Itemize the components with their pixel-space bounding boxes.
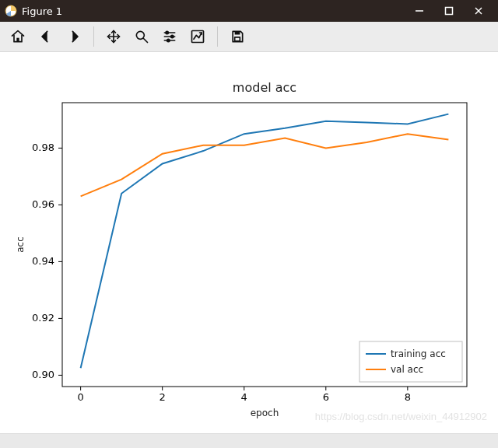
svg-line-7 [144, 39, 148, 43]
svg-rect-2 [446, 8, 453, 15]
x-tick-label: 0 [77, 391, 83, 403]
forward-button[interactable] [61, 25, 87, 48]
figure-window: Figure 1 model a [0, 0, 498, 448]
y-tick-label: 0.92 [32, 312, 54, 324]
save-button[interactable] [224, 25, 251, 48]
x-tick-label: 6 [323, 391, 329, 403]
maximize-button[interactable] [434, 0, 464, 22]
svg-rect-16 [235, 37, 240, 41]
y-tick-label: 0.96 [32, 198, 54, 210]
y-tick-label: 0.98 [32, 142, 54, 153]
y-tick-label: 0.94 [32, 255, 54, 267]
window-title: Figure 1 [22, 5, 62, 17]
chart-title: model acc [233, 80, 296, 95]
close-button[interactable] [464, 0, 493, 22]
x-tick-label: 2 [160, 391, 166, 403]
legend [359, 341, 462, 382]
svg-point-13 [167, 39, 170, 41]
minimize-button[interactable] [405, 0, 434, 22]
x-axis-label: epoch [251, 408, 279, 418]
legend-label: val acc [391, 364, 423, 375]
y-axis-label: acc [15, 236, 26, 253]
x-tick-label: 8 [405, 391, 411, 403]
svg-point-11 [166, 31, 168, 33]
svg-point-6 [136, 31, 144, 39]
edit-axes-button[interactable] [184, 25, 211, 48]
plot-svg: model acc02468epoch0.900.920.940.960.98a… [0, 52, 498, 435]
plot-canvas[interactable]: model acc02468epoch0.900.920.940.960.98a… [0, 52, 498, 433]
series-0 [81, 114, 449, 369]
toolbar-separator [217, 26, 218, 47]
configure-subplots-button[interactable] [156, 25, 183, 48]
toolbar-separator [93, 26, 94, 47]
svg-rect-15 [235, 31, 240, 34]
svg-point-12 [171, 35, 174, 37]
home-button[interactable] [5, 25, 31, 48]
svg-rect-5 [16, 38, 19, 42]
y-tick-label: 0.90 [32, 369, 54, 380]
statusbar [0, 433, 498, 448]
app-icon [5, 5, 17, 17]
x-tick-label: 4 [241, 391, 247, 403]
zoom-button[interactable] [128, 25, 155, 48]
series-1 [81, 134, 449, 196]
toolbar [0, 22, 498, 52]
legend-label: training acc [391, 348, 446, 359]
back-button[interactable] [33, 25, 59, 48]
pan-button[interactable] [100, 25, 127, 48]
titlebar: Figure 1 [0, 0, 498, 22]
